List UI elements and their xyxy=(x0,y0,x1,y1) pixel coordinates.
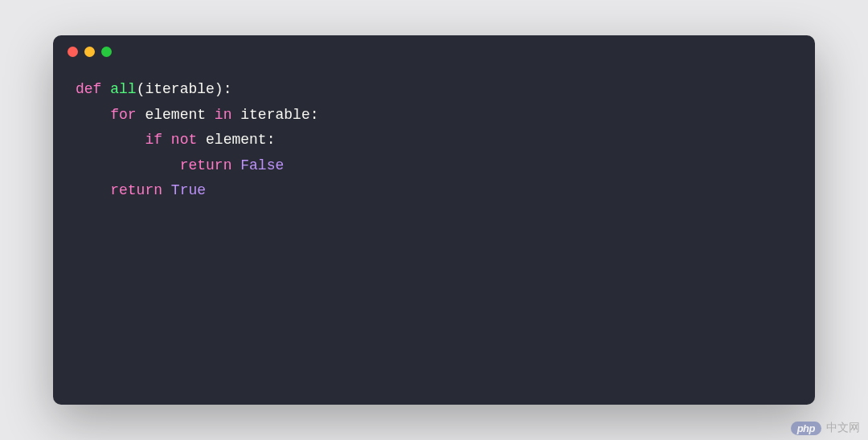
code-token: element xyxy=(206,132,267,148)
code-line: return True xyxy=(76,178,792,204)
code-token: : xyxy=(310,107,319,123)
code-token: True xyxy=(171,182,206,198)
code-token: return xyxy=(180,157,241,173)
code-token: in xyxy=(215,107,240,123)
code-line: return False xyxy=(76,153,792,179)
code-token: element xyxy=(145,107,214,123)
code-token: not xyxy=(171,132,206,148)
code-token: : xyxy=(267,132,276,148)
code-token: ( xyxy=(137,81,145,97)
code-token: iterable xyxy=(240,107,309,123)
watermark: php 中文网 xyxy=(791,421,860,435)
code-token: ): xyxy=(215,81,232,97)
code-line: if not element: xyxy=(76,128,792,153)
window-titlebar xyxy=(53,35,815,67)
code-token: def xyxy=(76,81,110,97)
php-badge: php xyxy=(791,422,821,435)
close-icon[interactable] xyxy=(68,47,78,57)
code-token: all xyxy=(110,81,136,97)
code-token: return xyxy=(110,182,171,198)
code-token: if xyxy=(145,132,170,148)
code-token: iterable xyxy=(145,81,214,97)
maximize-icon[interactable] xyxy=(101,47,112,57)
code-line: def all(iterable): xyxy=(76,77,792,103)
code-token: for xyxy=(110,107,145,123)
code-line: for element in iterable: xyxy=(76,103,792,128)
watermark-text: 中文网 xyxy=(826,421,860,435)
code-token: False xyxy=(240,157,284,173)
minimize-icon[interactable] xyxy=(84,47,95,57)
code-area: def all(iterable): for element in iterab… xyxy=(53,67,815,214)
code-window: def all(iterable): for element in iterab… xyxy=(53,35,815,405)
